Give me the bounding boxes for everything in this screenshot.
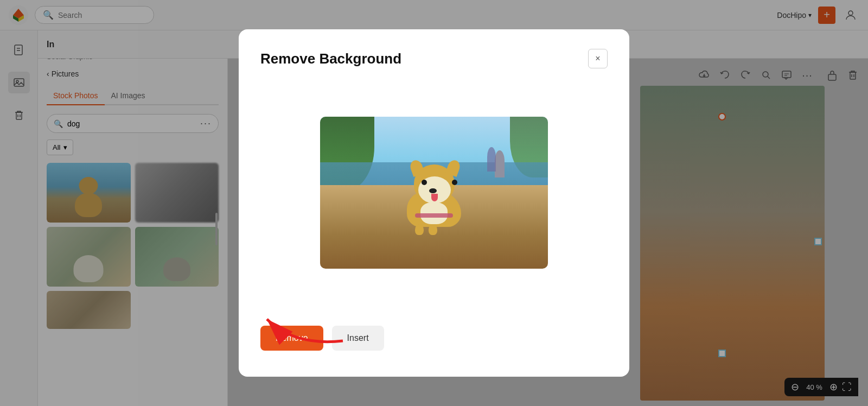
modal-footer: Remove Insert xyxy=(260,321,608,351)
modal-image-area xyxy=(260,86,608,300)
modal-close-button[interactable]: × xyxy=(588,49,608,68)
remove-button[interactable]: Remove xyxy=(260,326,323,351)
insert-button[interactable]: Insert xyxy=(332,326,384,351)
remove-background-modal: Remove Background × xyxy=(239,29,629,377)
modal-header: Remove Background × xyxy=(260,49,608,68)
modal-title: Remove Background xyxy=(260,50,401,67)
preview-image xyxy=(320,117,548,269)
